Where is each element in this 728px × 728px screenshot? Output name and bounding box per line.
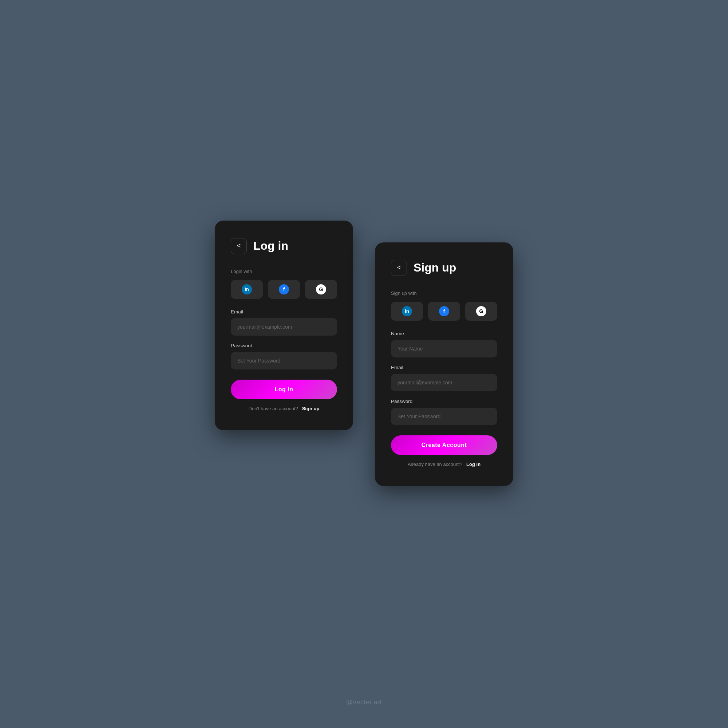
login-password-group: Password (231, 343, 337, 369)
signup-facebook-button[interactable]: f (428, 302, 460, 321)
login-password-label: Password (231, 343, 337, 348)
login-google-button[interactable]: G (305, 280, 337, 299)
signup-title: Sign up (413, 261, 456, 274)
login-submit-button[interactable]: Log In (231, 380, 337, 399)
google-icon: G (316, 284, 326, 294)
back-icon: < (397, 264, 401, 272)
login-footer-text: Don't have an account? (249, 406, 298, 411)
login-signup-link[interactable]: Sign up (302, 406, 320, 411)
facebook-icon: f (279, 284, 289, 294)
signup-password-group: Password (391, 399, 497, 425)
facebook-icon: f (439, 306, 449, 316)
google-icon: G (476, 306, 486, 316)
signup-card: < Sign up Sign up with in f G Name Email (375, 242, 513, 486)
login-email-label: Email (231, 309, 337, 315)
signup-email-label: Email (391, 365, 497, 370)
signup-footer-text: Already have an account? (408, 462, 462, 467)
signup-email-input[interactable] (391, 374, 497, 391)
linkedin-icon: in (242, 284, 252, 294)
back-icon: < (237, 242, 241, 250)
login-linkedin-button[interactable]: in (231, 280, 263, 299)
watermark: @vecter.art (346, 699, 382, 706)
login-back-button[interactable]: < (231, 238, 247, 254)
login-social-buttons: in f G (231, 280, 337, 299)
signup-social-buttons: in f G (391, 302, 497, 321)
signup-submit-button[interactable]: Create Account (391, 435, 497, 455)
login-email-group: Email (231, 309, 337, 336)
signup-footer: Already have an account? Log in (391, 462, 497, 467)
signup-name-group: Name (391, 331, 497, 358)
signup-password-input[interactable] (391, 408, 497, 425)
login-social-label: Login with (231, 269, 337, 274)
signup-name-label: Name (391, 331, 497, 336)
login-footer: Don't have an account? Sign up (231, 406, 337, 411)
signup-back-button[interactable]: < (391, 260, 407, 276)
signup-google-button[interactable]: G (465, 302, 497, 321)
login-facebook-button[interactable]: f (268, 280, 300, 299)
signup-password-label: Password (391, 399, 497, 404)
signup-email-group: Email (391, 365, 497, 391)
signup-name-input[interactable] (391, 340, 497, 358)
login-email-input[interactable] (231, 318, 337, 336)
login-card: < Log in Login with in f G Email Passwor… (215, 220, 353, 430)
signup-header: < Sign up (391, 260, 497, 276)
signup-social-label: Sign up with (391, 291, 497, 296)
signup-linkedin-button[interactable]: in (391, 302, 423, 321)
login-title: Log in (253, 239, 288, 252)
login-password-input[interactable] (231, 352, 337, 369)
linkedin-icon: in (402, 306, 412, 316)
signup-login-link[interactable]: Log in (466, 462, 480, 467)
login-header: < Log in (231, 238, 337, 254)
